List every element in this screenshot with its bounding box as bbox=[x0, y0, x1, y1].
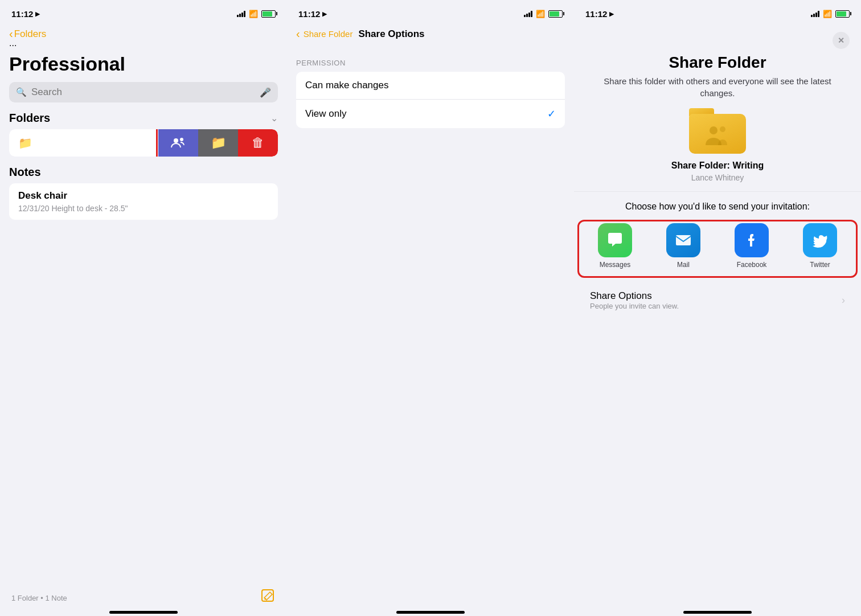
option-label-view: View only bbox=[305, 108, 346, 120]
messages-app[interactable]: Messages bbox=[594, 223, 636, 269]
svg-point-1 bbox=[180, 138, 183, 141]
facebook-icon bbox=[735, 223, 769, 257]
back-label-2[interactable]: Share Folder bbox=[304, 29, 353, 39]
option-label-changes: Can make changes bbox=[305, 80, 388, 91]
page-title-1: Professional bbox=[0, 53, 287, 82]
share-options-title: Share Options bbox=[590, 290, 679, 302]
phone3-screen: 11:12 ▶ 📶 ✕ Share Folder Share this fold… bbox=[574, 0, 861, 616]
nav-bar-1: ‹ Folders ··· bbox=[0, 25, 287, 53]
twitter-label: Twitter bbox=[810, 261, 830, 269]
twitter-icon bbox=[803, 223, 837, 257]
note-meta: 12/31/20 Height to desk - 28.5" bbox=[18, 204, 269, 213]
location-icon-3: ▶ bbox=[609, 10, 614, 18]
phone2-screen: 11:12 ▶ 📶 ‹ Share Folder Share Options bbox=[287, 0, 574, 616]
modal-subtitle: Share this folder with others and everyo… bbox=[574, 75, 861, 108]
folder-illustration bbox=[574, 108, 861, 161]
phone3-wrapper: 11:12 ▶ 📶 ✕ Share Folder Share this fold… bbox=[574, 0, 861, 616]
home-indicator-1 bbox=[109, 611, 178, 614]
messages-icon bbox=[598, 223, 632, 257]
search-input-1[interactable] bbox=[31, 87, 255, 98]
trash-icon: 🗑 bbox=[252, 135, 264, 150]
facebook-app[interactable]: Facebook bbox=[731, 223, 772, 269]
back-chevron-2: ‹ bbox=[296, 27, 300, 40]
swipe-delete-btn[interactable]: 🗑 bbox=[238, 129, 278, 157]
phone2-wrapper: 11:12 ▶ 📶 ‹ Share Folder Share Options bbox=[287, 0, 574, 616]
nav-title-2: Share Options bbox=[358, 28, 424, 40]
modal-header: ✕ bbox=[574, 25, 861, 49]
more-button-1[interactable]: ··· bbox=[9, 40, 278, 51]
status-icons-3: 📶 bbox=[811, 10, 850, 18]
back-button-1[interactable]: ‹ Folders bbox=[9, 27, 278, 40]
time-display-1: 11:12 bbox=[11, 9, 33, 19]
folder-note-count: 1 Folder • 1 Note bbox=[11, 594, 67, 602]
status-bar-3: 11:12 ▶ 📶 bbox=[574, 0, 861, 25]
battery-icon-2 bbox=[548, 10, 563, 18]
notes-section-title: Notes bbox=[9, 166, 41, 178]
share-options-body: PERMISSION Can make changes View only ✓ bbox=[287, 45, 574, 128]
folder-row-left: 📁 bbox=[18, 136, 32, 150]
twitter-app[interactable]: Twitter bbox=[800, 223, 840, 269]
modal-title: Share Folder bbox=[574, 49, 861, 75]
swipe-actions: 📁 🗑 bbox=[158, 129, 278, 157]
battery-icon-1 bbox=[261, 10, 276, 18]
messages-svg bbox=[605, 231, 625, 250]
share-apps-row: Messages Mail Faceboo bbox=[574, 221, 861, 278]
facebook-svg bbox=[742, 231, 761, 250]
status-icons-2: 📶 bbox=[524, 10, 563, 18]
search-bar-1[interactable]: 🔍 🎤 bbox=[9, 82, 278, 102]
folders-section-title: Folders bbox=[9, 112, 50, 125]
mail-icon bbox=[666, 223, 700, 257]
phone1-wrapper: 11:12 ▶ 📶 ‹ Folders ··· bbox=[0, 0, 287, 616]
folder-body bbox=[689, 114, 746, 154]
share-people-icon bbox=[170, 135, 186, 151]
checkmark-icon: ✓ bbox=[547, 108, 556, 120]
note-card[interactable]: Desk chair 12/31/20 Height to desk - 28.… bbox=[9, 183, 278, 220]
home-indicator-3 bbox=[683, 611, 752, 614]
mail-app[interactable]: Mail bbox=[663, 223, 704, 269]
signal-icon-3 bbox=[811, 10, 819, 17]
folder-owner: Lance Whitney bbox=[574, 173, 861, 191]
swipe-folder-btn[interactable]: 📁 bbox=[198, 129, 238, 157]
share-options-text: Share Options People you invite can view… bbox=[590, 290, 679, 310]
location-icon-2: ▶ bbox=[322, 10, 327, 18]
share-options-section[interactable]: Share Options People you invite can view… bbox=[581, 282, 854, 318]
folder-item-label: Share Folder: Writing bbox=[574, 161, 861, 173]
svg-point-4 bbox=[720, 126, 725, 132]
bottom-bar-1: 1 Folder • 1 Note bbox=[0, 589, 287, 607]
swipe-folder-icon: 📁 bbox=[211, 135, 226, 150]
permission-label: PERMISSION bbox=[287, 59, 574, 72]
svg-point-0 bbox=[174, 138, 178, 143]
folders-chevron: ⌄ bbox=[270, 113, 278, 124]
note-title: Desk chair bbox=[18, 190, 269, 202]
share-options-chevron: › bbox=[842, 294, 845, 306]
status-bar-2: 11:12 ▶ 📶 bbox=[287, 0, 574, 25]
folders-section-header: Folders ⌄ bbox=[0, 112, 287, 129]
option-can-make-changes[interactable]: Can make changes bbox=[296, 72, 565, 100]
wifi-icon-2: 📶 bbox=[536, 10, 545, 18]
compose-button[interactable] bbox=[261, 589, 276, 607]
swipe-share-btn[interactable] bbox=[158, 129, 198, 157]
twitter-svg bbox=[810, 231, 830, 250]
messages-label: Messages bbox=[600, 261, 631, 269]
invitation-label: Choose how you'd like to send your invit… bbox=[574, 201, 861, 221]
option-view-only[interactable]: View only ✓ bbox=[296, 100, 565, 128]
permission-options: Can make changes View only ✓ bbox=[296, 72, 565, 128]
status-icons-1: 📶 bbox=[237, 10, 276, 18]
compose-icon bbox=[261, 589, 276, 603]
wifi-icon-1: 📶 bbox=[249, 10, 258, 18]
signal-icon-1 bbox=[237, 10, 245, 17]
notes-section-header: Notes bbox=[0, 159, 287, 183]
search-icon-1: 🔍 bbox=[16, 87, 27, 97]
signal-icon-2 bbox=[524, 10, 532, 17]
close-button[interactable]: ✕ bbox=[833, 32, 850, 49]
time-display-2: 11:12 bbox=[298, 9, 320, 19]
people-svg bbox=[703, 124, 732, 146]
time-display-3: 11:12 bbox=[585, 9, 607, 19]
folder-row-container: 📁 5 › 📁 bbox=[9, 129, 278, 157]
wifi-icon-3: 📶 bbox=[823, 10, 832, 18]
mail-label: Mail bbox=[677, 261, 690, 269]
location-icon-1: ▶ bbox=[35, 10, 40, 18]
folder-people-icon bbox=[703, 121, 732, 149]
modal-divider bbox=[574, 191, 861, 192]
back-chevron-1: ‹ bbox=[9, 27, 13, 40]
